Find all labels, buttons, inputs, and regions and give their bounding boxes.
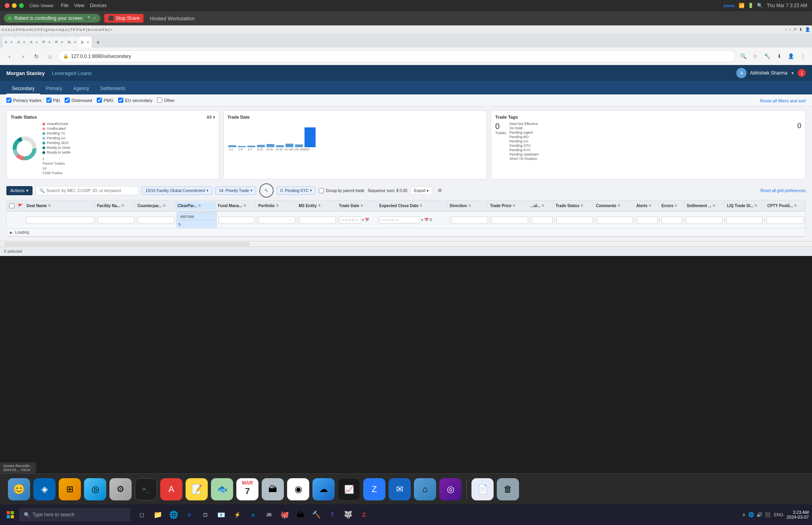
col-alerts[interactable]: Alerts ⇅ (634, 202, 659, 210)
expand-icon[interactable]: ▶ (10, 231, 13, 235)
filter-alerts[interactable] (635, 215, 660, 225)
menu-icon[interactable]: ⋮ (798, 51, 808, 62)
dock-icon-weather[interactable]: ☁ (312, 478, 335, 500)
dock-icon-preview[interactable]: 🏔 (262, 478, 284, 500)
dock-icon-zoom[interactable]: Z (363, 478, 385, 500)
taskbar-app-another[interactable]: 🐙 (278, 508, 292, 522)
filter-expected-close[interactable]: × 📅 ⇅ (378, 215, 450, 224)
col-fund-mana[interactable]: Fund Mana... ⇅ (216, 202, 256, 210)
reset-filters-link[interactable]: Reset all filters and sort (760, 98, 806, 103)
dock-icon-chrome[interactable]: ◉ (287, 478, 309, 500)
browser-tab[interactable]: A× (15, 37, 28, 48)
chevron-down-icon[interactable]: ▼ (791, 71, 795, 75)
actions-button[interactable]: Actions ▾ (6, 186, 33, 195)
horizontal-scrollbar[interactable] (4, 242, 250, 246)
dock-icon-stuff[interactable]: 🐟 (211, 478, 233, 500)
filter-fund[interactable] (217, 215, 257, 225)
col-trade-date[interactable]: Trade Date ⇅ (337, 202, 377, 210)
filter-errors[interactable] (660, 215, 684, 225)
col-liq-trade[interactable]: LIQ Trade Sl... ⇅ (725, 202, 765, 210)
battery-taskbar-icon[interactable]: ⬛ (765, 512, 771, 517)
zoom-toolbar-icon[interactable]: 🔍 (738, 51, 749, 62)
start-button[interactable] (3, 508, 17, 522)
tab-primary[interactable]: Primary (40, 83, 67, 94)
col-counterpar[interactable]: Counterpar... ⇅ (135, 202, 175, 210)
browser-tab-active[interactable]: js× (79, 37, 91, 48)
tab-secondary[interactable]: Secondary (6, 83, 40, 94)
taskbar-app-jb[interactable]: JB (262, 508, 276, 522)
col-trade-status[interactable]: Trade Status ⇅ (553, 202, 594, 210)
search-box[interactable]: 🔍 (36, 186, 139, 195)
dock-icon-launchpad[interactable]: ⊞ (59, 478, 81, 500)
dock-icon-trash[interactable]: 🗑 (497, 478, 519, 500)
bookmark-icon[interactable]: ☆ (750, 51, 760, 62)
filter-ms-entity[interactable] (297, 215, 338, 225)
col-errors[interactable]: Errors ⇅ (659, 202, 684, 210)
filter-clearpar[interactable]: ⇅ (176, 212, 217, 228)
microphone-icon[interactable]: 🎤 (85, 16, 90, 21)
dock-icon-acrobat[interactable]: A (160, 478, 182, 500)
group-by-parent-checkbox[interactable]: Group by parent trade (319, 188, 364, 193)
filter-eu-secondary[interactable]: EU secondary (118, 98, 152, 103)
forward-button[interactable]: › (17, 51, 29, 62)
date-clear-icon[interactable]: × (421, 218, 423, 222)
tab-agency[interactable]: Agency (68, 83, 95, 94)
export-button[interactable]: Export ▾ (410, 187, 432, 195)
filter-trade-date[interactable]: × 📅 (338, 215, 378, 224)
facility-filter-pill[interactable]: 15/10 Facility Global Commitment ▾ (142, 187, 212, 195)
filter-liq[interactable] (725, 215, 765, 225)
close-button[interactable] (5, 3, 10, 8)
calendar-icon[interactable]: 📅 (424, 218, 429, 222)
dock-icon-mail[interactable]: ✉ (389, 478, 411, 500)
filter-portfolio[interactable] (257, 215, 297, 225)
all-dropdown[interactable]: All ▾ (207, 115, 215, 119)
taskbar-app-team[interactable]: T (325, 508, 339, 522)
maximize-button[interactable] (19, 3, 24, 8)
priority-filter-pill[interactable]: 14. Priority Trade ▾ (215, 187, 256, 195)
taskbar-app-vscode[interactable]: ◈ (246, 508, 260, 522)
new-tab-button[interactable]: + (93, 37, 103, 48)
dock-icon-finder[interactable]: 😊 (8, 478, 30, 500)
col-ms-entity[interactable]: MS Entity ⇅ (296, 202, 337, 210)
taskbar-app-outlook[interactable]: 📧 (214, 508, 228, 522)
dock-icon-docs[interactable]: 📄 (471, 478, 494, 500)
col-settlement[interactable]: Settlement ... ⇅ (684, 202, 725, 210)
col-cpty-positi[interactable]: CPTY Positi... ⇅ (765, 202, 805, 210)
filter-other[interactable]: Other (157, 98, 175, 103)
extension-icon[interactable]: 🔧 (762, 51, 772, 62)
taskbar-search[interactable]: 🔍 Type here to search (19, 508, 130, 521)
menu-devices[interactable]: Devices (90, 3, 107, 8)
stop-share-button[interactable]: ⬛ Stop Share (104, 14, 144, 23)
col-trade-price[interactable]: Trade Price ⇅ (488, 202, 528, 210)
dock-icon-arc[interactable]: ◎ (439, 478, 462, 500)
col-ul[interactable]: ...ul... ⇅ (528, 202, 553, 210)
filter-facility[interactable] (96, 215, 136, 225)
search-input[interactable] (46, 188, 135, 193)
filter-trade-status[interactable] (555, 215, 595, 225)
taskbar-app-task-view[interactable]: ◻ (135, 508, 149, 522)
reset-grid-link[interactable]: Reset all grid preferences (760, 188, 806, 193)
minimize-button[interactable] (12, 3, 17, 8)
network-icon[interactable]: 🌐 (748, 512, 754, 517)
col-comments[interactable]: Comments ⇅ (594, 202, 634, 210)
back-button[interactable]: ‹ (4, 51, 15, 62)
select-all-checkbox[interactable] (7, 202, 16, 210)
col-portfolio[interactable]: Portfolio ⇅ (256, 202, 296, 210)
search-icon[interactable]: 🔍 (757, 3, 763, 8)
taskbar-app-zeal[interactable]: Z (357, 508, 371, 522)
address-bar[interactable]: 🔒 127.0.0.1:8080/ui/secondary (58, 50, 736, 62)
taskbar-app-ie[interactable]: e (182, 508, 197, 522)
taskbar-app-terminal[interactable]: ⊡ (198, 508, 213, 522)
filter-distressed[interactable]: Distressed (65, 98, 92, 103)
col-facility-na[interactable]: Facility Na... ⇅ (95, 202, 135, 210)
notification-badge[interactable]: 1 (798, 69, 806, 77)
language-indicator[interactable]: ENG (774, 512, 783, 517)
dock-icon-stocks[interactable]: 📈 (338, 478, 360, 500)
home-button[interactable]: ⌂ (44, 51, 56, 62)
tab-settlements[interactable]: Settlements (95, 83, 131, 94)
taskbar-app-browser[interactable]: 🌐 (167, 508, 181, 522)
filter-comments[interactable] (595, 215, 636, 225)
browser-tab[interactable]: lo× (65, 37, 79, 48)
filter-direction[interactable] (450, 215, 490, 225)
menu-file[interactable]: File (61, 3, 69, 8)
